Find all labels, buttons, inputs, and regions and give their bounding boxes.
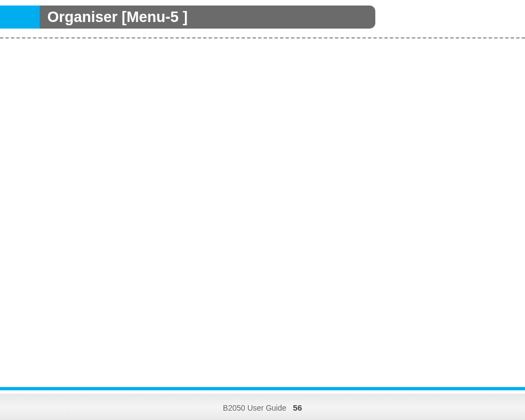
page-header: Organiser [Menu-5 ] bbox=[0, 5, 525, 29]
header-divider bbox=[0, 37, 525, 38]
guide-label: B2050 User Guide bbox=[223, 404, 286, 412]
header-accent-block bbox=[0, 5, 40, 29]
section-title-bar: Organiser [Menu-5 ] bbox=[40, 5, 375, 29]
page-number: 56 bbox=[293, 403, 302, 412]
section-title: Organiser [Menu-5 ] bbox=[47, 9, 188, 26]
page-footer: B2050 User Guide 56 bbox=[0, 403, 525, 412]
